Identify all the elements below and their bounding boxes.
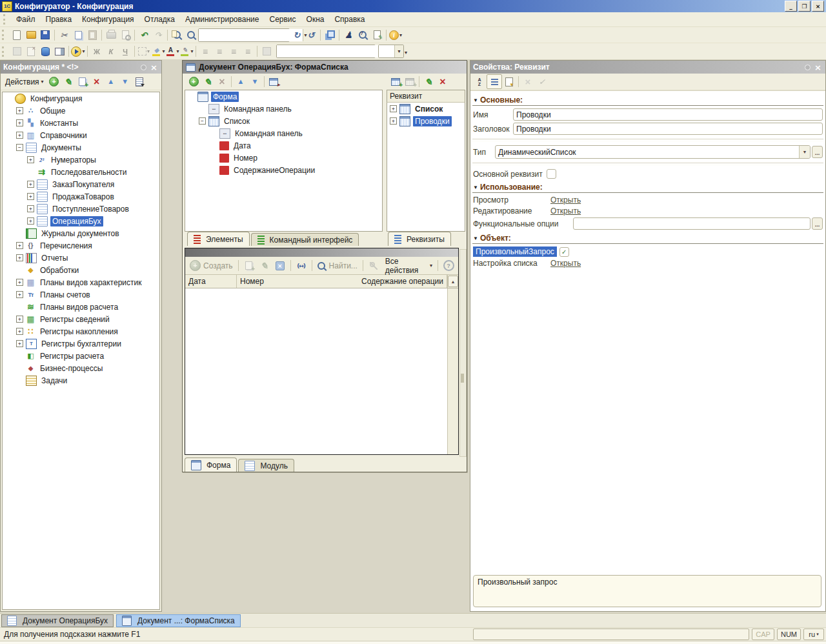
preview-scrollbar[interactable] [447, 288, 458, 454]
tree-item[interactable]: + ПоступлениеТоваров [3, 203, 159, 215]
tree-item[interactable]: Номер [185, 152, 382, 164]
actions-menu-button[interactable]: Действия [3, 76, 46, 88]
print-button[interactable] [104, 28, 118, 42]
expander-icon[interactable]: − [199, 117, 206, 125]
color-combobox[interactable]: ▼ [378, 45, 404, 58]
expander-icon[interactable]: + [16, 291, 23, 298]
add-column-button[interactable] [403, 75, 417, 88]
type-ellipsis-button[interactable]: ... [812, 146, 823, 158]
find-button[interactable]: Найти... [316, 261, 359, 271]
tree-item[interactable]: + Планы счетов [3, 288, 159, 301]
align-left-button[interactable] [198, 45, 212, 58]
tree-item[interactable]: Бизнес-процессы [3, 362, 159, 374]
main-attribute-checkbox[interactable] [547, 169, 556, 179]
object-button[interactable] [259, 45, 274, 58]
language-indicator[interactable]: ru [803, 629, 824, 640]
paste-button[interactable] [85, 28, 99, 42]
highlight-color-button[interactable] [179, 45, 194, 58]
minimize-button[interactable]: _ [785, 1, 797, 12]
tree-item[interactable]: + Отчеты [3, 252, 159, 264]
tree-item[interactable]: Дата [185, 139, 382, 152]
open-button[interactable] [24, 28, 38, 42]
window-copy-button[interactable] [323, 28, 337, 42]
expander-icon[interactable]: − [16, 144, 23, 151]
view-open-link[interactable]: Открыть [550, 196, 581, 205]
pin-icon[interactable] [805, 65, 811, 70]
caption-field[interactable] [513, 123, 823, 135]
find-next-button[interactable] [290, 28, 304, 42]
expander-icon[interactable]: + [390, 117, 397, 125]
functional-options-field[interactable] [573, 217, 811, 230]
scroll-up-button[interactable]: ▲ [448, 276, 458, 287]
tree-item[interactable]: − Список [185, 115, 382, 127]
toolbar-grip[interactable] [2, 46, 7, 57]
menu-item[interactable]: Файл [11, 14, 41, 25]
tree-item[interactable]: Планы видов расчета [3, 301, 159, 313]
restore-button[interactable]: ❐ [798, 1, 811, 12]
form-designer-title-bar[interactable]: Документ ОперацияБух: ФормаСписка [183, 61, 467, 74]
list-item[interactable]: + Проводки [387, 115, 465, 127]
menu-item[interactable]: Конфигурация [77, 14, 139, 25]
format-input[interactable] [277, 45, 381, 57]
print-preview-button[interactable] [118, 28, 132, 42]
name-field[interactable] [513, 108, 823, 121]
tree-item[interactable]: + Нумераторы [3, 154, 159, 166]
sort-az-button[interactable] [472, 75, 487, 88]
add-attribute-button[interactable] [388, 75, 403, 88]
help-button[interactable] [441, 259, 456, 272]
tree-item[interactable]: Последовательности [3, 166, 159, 178]
edit-button[interactable] [61, 75, 76, 88]
merge-configurations-button[interactable] [10, 45, 24, 58]
move-down-button[interactable] [118, 75, 132, 88]
chevron-down-icon[interactable]: ▼ [394, 45, 403, 57]
apply-button[interactable] [535, 75, 549, 88]
menu-item[interactable]: Администрирование [180, 14, 264, 25]
tab[interactable]: Модуль [238, 459, 294, 472]
cancel-button[interactable] [521, 75, 535, 88]
tree-item[interactable]: + Регистры бухгалтерии [3, 337, 159, 350]
menu-item[interactable]: Окна [301, 14, 330, 25]
list-settings-open-link[interactable]: Открыть [550, 259, 581, 268]
expander-icon[interactable]: + [16, 254, 23, 261]
tree-item[interactable]: Задачи [3, 374, 159, 387]
section-object[interactable]: ▼ Объект: [472, 234, 823, 244]
preview-table-body[interactable] [185, 288, 447, 454]
move-up-button[interactable] [234, 75, 248, 88]
move-down-button[interactable] [248, 75, 262, 88]
fill-color-button[interactable] [151, 45, 165, 58]
tree-item[interactable]: + Планы видов характеристик [3, 276, 159, 288]
tree-item[interactable]: СодержаниеОперации [185, 164, 382, 176]
table-settings-button[interactable] [52, 45, 66, 58]
add-button[interactable] [186, 75, 201, 88]
expander-icon[interactable]: + [27, 193, 34, 200]
export-configuration-button[interactable] [24, 45, 38, 58]
tab[interactable]: Элементы [187, 232, 250, 246]
save-button[interactable] [38, 28, 52, 42]
edit-button[interactable] [421, 75, 436, 88]
search-combobox[interactable]: ▼ [198, 28, 290, 42]
expander-icon[interactable]: + [27, 156, 34, 163]
menu-item[interactable]: Отладка [139, 14, 180, 25]
functional-options-ellipsis-button[interactable]: ... [812, 217, 823, 230]
delete-button[interactable] [436, 75, 450, 88]
arbitrary-query-label[interactable]: ПроизвольныйЗапрос [473, 247, 557, 257]
redo-button[interactable] [151, 28, 165, 42]
zoom-button[interactable] [184, 28, 198, 42]
expander-icon[interactable]: + [27, 205, 34, 212]
toolbar-overflow-caret[interactable] [404, 47, 407, 56]
syntax-check-button[interactable] [356, 28, 370, 42]
align-right-button[interactable] [227, 45, 241, 58]
close-button[interactable]: × [812, 1, 824, 12]
toolbar-grip[interactable] [2, 30, 7, 40]
tree-item[interactable]: + ПродажаТоваров [3, 190, 159, 203]
new-document-button[interactable] [10, 28, 24, 42]
column-header[interactable]: Дата [185, 275, 237, 288]
tree-item[interactable]: + Общие [3, 105, 159, 117]
expander-icon[interactable]: + [390, 105, 397, 112]
italic-button[interactable] [104, 45, 118, 58]
borders-button[interactable] [137, 45, 151, 58]
pin-icon[interactable] [141, 65, 146, 70]
copy-add-button[interactable] [76, 75, 90, 88]
tree-item[interactable]: Журналы документов [3, 227, 159, 239]
window-tab[interactable]: Документ ОперацияБух [1, 614, 114, 627]
